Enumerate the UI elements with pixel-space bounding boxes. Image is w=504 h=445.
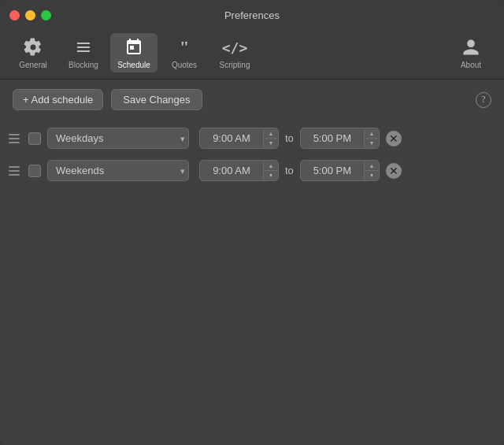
titlebar: Preferences xyxy=(0,0,504,30)
toolbar-items: General Blocking Schedule xyxy=(9,33,258,72)
tab-scripting[interactable]: </> Scripting xyxy=(211,33,258,72)
to-label: to xyxy=(285,165,294,176)
tab-blocking[interactable]: Blocking xyxy=(60,33,107,72)
schedule-row: Every Day Weekdays Weekends Monday Tuesd… xyxy=(0,155,504,186)
schedule-row: Every Day Weekdays Weekends Monday Tuesd… xyxy=(0,123,504,154)
scripting-icon: </> xyxy=(224,36,246,58)
start-time-field: 9:00 AM ▲ ▼ xyxy=(199,128,279,149)
tab-general[interactable]: General xyxy=(9,33,57,72)
end-time-down[interactable]: ▼ xyxy=(365,139,379,148)
start-time-up[interactable]: ▲ xyxy=(264,129,278,139)
tab-schedule[interactable]: Schedule xyxy=(110,33,158,72)
start-time-down[interactable]: ▼ xyxy=(264,171,278,180)
tab-schedule-label: Schedule xyxy=(117,61,150,69)
schedule-checkbox[interactable] xyxy=(28,132,41,145)
start-time-steppers: ▲ ▼ xyxy=(263,129,278,148)
start-time-down[interactable]: ▼ xyxy=(264,139,278,148)
schedules-list: Every Day Weekdays Weekends Monday Tuesd… xyxy=(0,120,504,191)
day-select[interactable]: Every Day Weekdays Weekends Monday Tuesd… xyxy=(47,160,189,181)
tab-general-label: General xyxy=(19,61,47,69)
minimize-button[interactable] xyxy=(25,10,35,20)
day-select-wrapper: Every Day Weekdays Weekends Monday Tuesd… xyxy=(47,160,193,181)
person-icon xyxy=(460,36,482,58)
tab-quotes-label: Quotes xyxy=(172,61,197,69)
preferences-window: Preferences General Blocki xyxy=(0,0,504,445)
action-bar: + Add schedule Save Changes ? xyxy=(0,80,504,120)
day-select-wrapper: Every Day Weekdays Weekends Monday Tuesd… xyxy=(47,128,193,149)
end-time-up[interactable]: ▲ xyxy=(365,161,379,171)
start-time-steppers: ▲ ▼ xyxy=(263,161,278,180)
tab-scripting-label: Scripting xyxy=(220,61,250,69)
tab-about-label: About xyxy=(461,61,481,69)
quotes-icon: " xyxy=(173,36,195,58)
to-label: to xyxy=(285,132,294,144)
end-time-field: 5:00 PM ▲ ▼ xyxy=(300,128,380,149)
save-changes-button[interactable]: Save Changes xyxy=(111,89,202,110)
content-area: + Add schedule Save Changes ? Every Day xyxy=(0,80,504,445)
day-select[interactable]: Every Day Weekdays Weekends Monday Tuesd… xyxy=(47,128,189,149)
end-time-up[interactable]: ▲ xyxy=(365,129,379,139)
end-time-field: 5:00 PM ▲ ▼ xyxy=(300,160,380,181)
remove-schedule-button[interactable]: ✕ xyxy=(386,131,402,146)
tab-blocking-label: Blocking xyxy=(69,61,98,69)
close-button[interactable] xyxy=(9,10,20,20)
end-time-steppers: ▲ ▼ xyxy=(364,129,379,148)
end-time-value: 5:00 PM xyxy=(301,128,364,148)
add-schedule-button[interactable]: + Add schedule xyxy=(13,89,103,110)
schedule-checkbox[interactable] xyxy=(28,165,41,177)
start-time-value: 9:00 AM xyxy=(200,161,263,180)
maximize-button[interactable] xyxy=(41,10,51,20)
tab-about[interactable]: About xyxy=(447,33,495,72)
start-time-field: 9:00 AM ▲ ▼ xyxy=(199,160,279,181)
remove-schedule-button[interactable]: ✕ xyxy=(386,163,402,179)
end-time-value: 5:00 PM xyxy=(301,161,364,180)
drag-handle[interactable] xyxy=(6,131,22,146)
drag-handle[interactable] xyxy=(6,163,22,179)
end-time-steppers: ▲ ▼ xyxy=(364,161,379,180)
blocking-icon xyxy=(72,36,94,58)
start-time-up[interactable]: ▲ xyxy=(264,161,278,171)
gear-icon xyxy=(22,36,44,58)
traffic-lights xyxy=(9,10,51,20)
toolbar: General Blocking Schedule xyxy=(0,30,504,80)
schedule-icon xyxy=(123,36,145,58)
end-time-down[interactable]: ▼ xyxy=(365,171,379,180)
help-button[interactable]: ? xyxy=(476,92,491,108)
start-time-value: 9:00 AM xyxy=(200,128,263,148)
tab-quotes[interactable]: " Quotes xyxy=(161,33,208,72)
window-title: Preferences xyxy=(224,9,280,21)
